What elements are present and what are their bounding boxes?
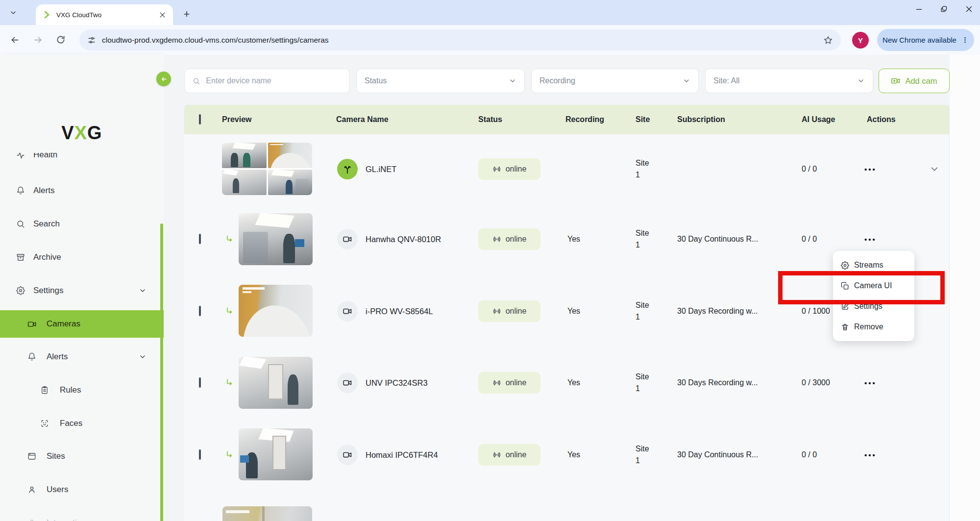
row-checkbox[interactable] <box>199 235 201 244</box>
chevron-down-icon <box>139 353 147 361</box>
site-value: Site1 <box>636 299 649 323</box>
camera-preview-thumbnail[interactable] <box>239 285 313 337</box>
select-all-checkbox[interactable] <box>199 115 201 124</box>
row-checkbox[interactable] <box>199 378 201 387</box>
row-checkbox[interactable] <box>199 307 201 316</box>
row-actions-button[interactable]: ••• <box>864 379 877 387</box>
ai-usage-value: 0 / 0 <box>802 165 817 174</box>
new-tab-button[interactable]: + <box>179 7 194 22</box>
reload-button[interactable] <box>51 30 71 50</box>
subdevice-branch-icon <box>224 234 234 244</box>
camera-preview-thumbnail[interactable] <box>239 357 313 409</box>
sidebar-item-users[interactable]: Users <box>0 476 164 503</box>
sidebar-item-archive[interactable]: Archive <box>0 244 164 271</box>
face-scan-icon <box>40 419 49 428</box>
url-bar[interactable]: cloudtwo-prod.vxgdemo.cloud-vms.com/cust… <box>79 29 841 50</box>
recording-filter-dropdown[interactable]: Recording <box>531 69 699 93</box>
row-actions-button[interactable]: ••• <box>864 450 877 459</box>
status-badge: online <box>478 444 540 466</box>
sidebar-scrollbar[interactable] <box>160 223 163 521</box>
forward-button[interactable] <box>28 30 48 50</box>
table-right-border <box>949 105 950 521</box>
sidebar-item-rules[interactable]: Rules <box>0 377 164 403</box>
window-minimize-icon[interactable] <box>915 5 923 13</box>
row-checkbox[interactable] <box>199 450 201 459</box>
window-close-icon[interactable] <box>965 5 973 13</box>
header-camera-name: Camera Name <box>336 115 389 124</box>
sidebar-nav: Health Alerts Search Archive Settings <box>0 153 164 521</box>
menu-item-remove[interactable]: Remove <box>833 317 914 337</box>
camera-type-icon <box>337 301 358 322</box>
app-window: VXG CloudTwo + cloudtwo-prod.vxgdemo.clo… <box>0 0 980 521</box>
chrome-update-button[interactable]: New Chrome available <box>877 29 974 51</box>
camera-preview-thumbnail <box>222 170 267 195</box>
window-restore-icon[interactable] <box>940 5 948 13</box>
user-icon <box>27 485 36 494</box>
trash-icon <box>841 323 849 331</box>
sidebar-collapse-button[interactable] <box>156 72 171 86</box>
subdevice-branch-icon <box>224 450 234 460</box>
device-search-field[interactable] <box>184 69 350 93</box>
archive-icon <box>16 253 25 262</box>
camera-preview-thumbnail[interactable] <box>239 428 313 480</box>
sidebar-item-sites[interactable]: Sites <box>0 443 164 470</box>
add-cam-button[interactable]: Add cam <box>879 69 950 93</box>
sidebar-item-alerts-sub[interactable]: Alerts <box>0 344 164 370</box>
clipboard-icon <box>40 386 49 395</box>
sidebar-item-faces[interactable]: Faces <box>0 410 164 437</box>
browser-tab-strip: VXG CloudTwo + <box>0 0 980 25</box>
broadcast-icon <box>492 307 501 316</box>
recording-value: Yes <box>567 307 580 316</box>
tab-title: VXG CloudTwo <box>56 11 159 19</box>
recording-value: Yes <box>567 235 580 244</box>
table-row: Homaxi IPC6TF4R4 online Yes Site1 30 Day… <box>184 419 950 491</box>
camera-name: UNV IPC324SR3 <box>366 378 428 388</box>
sidebar-item-settings[interactable]: Settings <box>0 277 164 304</box>
camera-preview-thumbnail[interactable] <box>239 213 313 265</box>
camera-name: Hanwha QNV-8010R <box>366 235 441 244</box>
sidebar-item-alerts[interactable]: Alerts <box>0 177 164 204</box>
url-text: cloudtwo-prod.vxgdemo.cloud-vms.com/cust… <box>102 36 823 45</box>
site-settings-icon[interactable] <box>87 36 96 45</box>
row-actions-button[interactable]: ••• <box>864 235 877 244</box>
camera-type-icon <box>337 229 358 249</box>
status-filter-dropdown[interactable]: Status <box>356 69 525 93</box>
header-ai-usage: AI Usage <box>802 115 835 124</box>
camera-type-icon <box>337 445 358 465</box>
camera-name: GL.iNET <box>366 164 396 174</box>
kebab-menu-icon[interactable] <box>961 36 969 44</box>
chevron-down-icon <box>9 9 17 17</box>
header-site: Site <box>636 115 650 124</box>
table-header: Preview Camera Name Status Recording Sit… <box>184 105 950 134</box>
header-subscription: Subscription <box>677 115 725 124</box>
sidebar: VXG Health Alerts Search Archive Setting… <box>0 55 164 521</box>
chevron-down-icon <box>857 77 865 85</box>
bookmark-star-icon[interactable] <box>823 35 833 45</box>
profile-avatar[interactable]: Y <box>852 32 869 49</box>
video-camera-icon <box>27 320 36 328</box>
tab-close-icon[interactable] <box>159 11 166 19</box>
chrome-update-label: New Chrome available <box>882 36 956 44</box>
sidebar-item-search[interactable]: Search <box>0 211 164 237</box>
sidebar-item-health[interactable]: Health <box>0 153 164 168</box>
camera-name: i-PRO WV-S8564L <box>366 306 433 316</box>
back-button[interactable] <box>5 30 24 50</box>
sidebar-item-integrations[interactable]: Integrations <box>0 510 164 521</box>
sidebar-item-cameras[interactable]: Cameras <box>0 310 164 338</box>
broadcast-icon <box>492 378 501 387</box>
site-value: Site1 <box>636 443 649 467</box>
camera-preview-grid[interactable] <box>222 143 312 195</box>
camera-preview-thumbnail[interactable] <box>222 506 312 521</box>
status-badge: online <box>478 372 540 394</box>
device-search-input[interactable] <box>205 76 342 86</box>
expand-row-chevron-icon[interactable] <box>929 164 940 174</box>
annotation-highlight-box <box>778 271 945 304</box>
site-value: Site1 <box>636 227 649 251</box>
browser-tab[interactable]: VXG CloudTwo <box>36 4 173 25</box>
tab-search-button[interactable] <box>6 5 21 20</box>
row-actions-button[interactable]: ••• <box>864 165 877 173</box>
site-filter-dropdown[interactable]: Site: All <box>705 69 873 93</box>
chevron-down-icon <box>683 77 690 85</box>
camera-preview-thumbnail <box>222 143 267 168</box>
subscription-value: 30 Day Continuous R... <box>677 235 758 244</box>
